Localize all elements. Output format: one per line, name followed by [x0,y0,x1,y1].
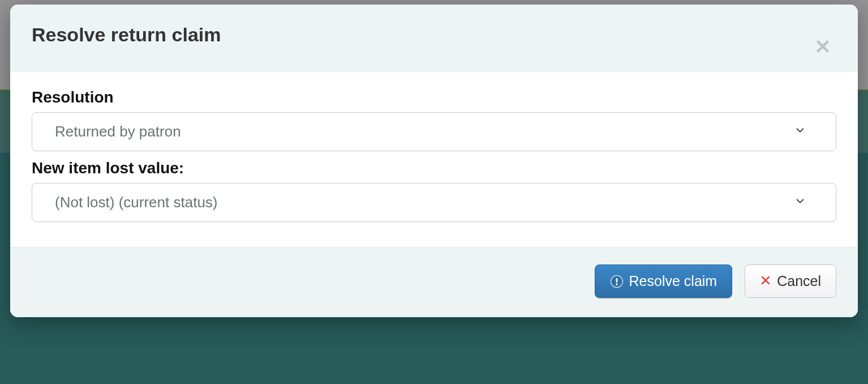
exclamation-circle-icon [610,275,624,288]
cancel-button-label: Cancel [777,273,821,289]
lost-value-label: New item lost value: [32,159,836,177]
resolve-claim-button[interactable]: Resolve claim [595,264,733,298]
cancel-button[interactable]: Cancel [745,264,836,298]
lost-value-select-value: (Not lost) (current status) [55,194,218,211]
modal-header: Resolve return claim [10,5,858,71]
resolution-label: Resolution [32,88,836,106]
resolve-claim-button-label: Resolve claim [629,273,717,289]
modal-title: Resolve return claim [32,24,836,46]
chevron-down-icon [794,123,806,140]
close-button[interactable] [811,36,834,59]
resolution-select-value: Returned by patron [55,123,181,140]
modal-footer: Resolve claim Cancel [10,247,858,317]
resolution-select[interactable]: Returned by patron [32,112,836,151]
close-icon [815,39,831,57]
svg-point-5 [616,283,617,285]
chevron-down-icon [794,194,806,211]
lost-value-select[interactable]: (Not lost) (current status) [32,183,836,222]
modal-body: Resolution Returned by patron New item l… [10,71,858,247]
resolve-claim-modal: Resolve return claim Resolution Returned… [10,5,858,317]
svg-rect-4 [616,278,617,283]
cancel-x-icon [760,273,771,289]
